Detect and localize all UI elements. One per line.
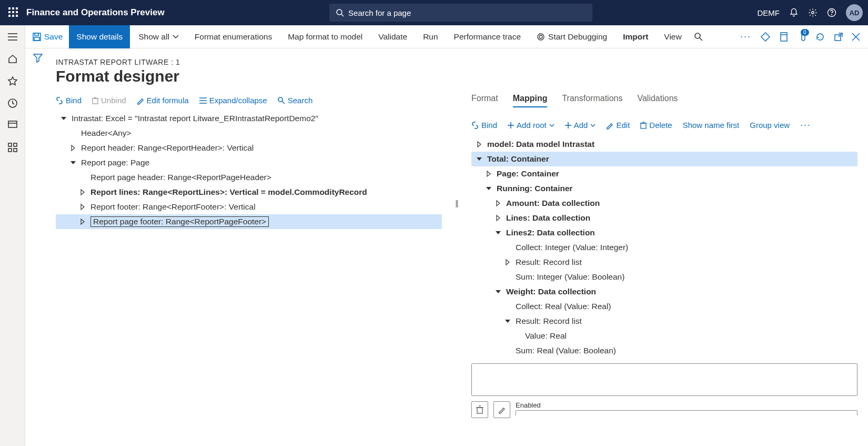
add-root-button[interactable]: Add root — [508, 121, 554, 130]
svg-rect-12 — [14, 143, 17, 146]
caret-right-icon[interactable] — [494, 200, 502, 207]
tab-validations[interactable]: Validations — [637, 94, 678, 107]
tree-node[interactable]: Result: Record list — [471, 314, 857, 329]
diamond-icon[interactable] — [761, 32, 770, 42]
caret-down-icon[interactable] — [494, 229, 502, 236]
tree-node[interactable]: Header<Any> — [56, 126, 442, 141]
tree-node[interactable]: Total: Container — [471, 152, 857, 166]
caret-right-icon[interactable] — [79, 218, 86, 225]
performance-trace-button[interactable]: Performance trace — [447, 25, 529, 48]
gear-icon[interactable] — [808, 8, 817, 17]
delete-button[interactable]: Delete — [640, 121, 672, 130]
tree-node[interactable]: Collect: Integer (Value: Integer) — [471, 240, 857, 255]
format-tree[interactable]: Intrastat: Excel = "Intrastat report Lit… — [56, 111, 442, 229]
tree-node[interactable]: Report header: Range<ReportHeader>: Vert… — [56, 141, 442, 155]
global-search[interactable]: Search for a page — [329, 4, 592, 22]
start-debugging-button[interactable]: Start Debugging — [529, 25, 614, 48]
pane-splitter[interactable]: ‖ — [455, 94, 459, 446]
tree-node[interactable]: Report page footer: Range<ReportPageFoot… — [56, 214, 442, 229]
tree-node[interactable]: Report page: Page — [56, 155, 442, 170]
detail-text-area[interactable] — [471, 363, 857, 396]
tree-node[interactable]: Lines2: Data collection — [471, 225, 857, 240]
mapping-tree[interactable]: model: Data model IntrastatTotal: Contai… — [471, 137, 857, 358]
app-launcher-icon[interactable] — [8, 7, 19, 18]
map-format-button[interactable]: Map format to model — [280, 25, 370, 48]
import-button[interactable]: Import — [615, 25, 655, 48]
tree-node[interactable]: Report lines: Range<ReportLines>: Vertic… — [56, 185, 442, 200]
tree-node[interactable]: Amount: Data collection — [471, 196, 857, 211]
tree-node[interactable]: model: Data model Intrastat — [471, 137, 857, 152]
refresh-icon[interactable] — [815, 32, 825, 42]
tree-node[interactable]: Intrastat: Excel = "Intrastat report Lit… — [56, 111, 442, 126]
edit-detail-button[interactable] — [493, 401, 510, 418]
group-view-button[interactable]: Group view — [750, 121, 790, 130]
tab-transformations[interactable]: Transformations — [562, 94, 622, 107]
tree-node[interactable]: Collect: Real (Value: Real) — [471, 299, 857, 314]
close-icon[interactable] — [852, 33, 860, 41]
validate-button[interactable]: Validate — [371, 25, 415, 48]
caret-down-icon[interactable] — [60, 115, 67, 122]
show-details-button[interactable]: Show details — [69, 25, 130, 48]
unbind-button[interactable]: Unbind — [92, 96, 126, 105]
star-icon[interactable] — [7, 76, 18, 86]
caret-right-icon[interactable] — [476, 141, 483, 148]
workspace-icon[interactable] — [7, 120, 18, 131]
edit-formula-button[interactable]: Edit formula — [137, 96, 189, 105]
tab-mapping[interactable]: Mapping — [513, 94, 548, 107]
add-button[interactable]: Add — [565, 121, 596, 130]
tree-node[interactable]: Report page header: Range<ReportPageHead… — [56, 170, 442, 185]
caret-down-icon[interactable] — [494, 288, 502, 295]
save-button[interactable]: Save — [32, 25, 68, 48]
home-icon[interactable] — [7, 54, 18, 64]
caret-right-icon[interactable] — [494, 214, 502, 222]
expand-collapse-button[interactable]: Expand/collapse — [199, 96, 267, 105]
company-code[interactable]: DEMF — [758, 8, 780, 17]
caret-down-icon[interactable] — [69, 159, 77, 166]
view-button[interactable]: View — [657, 25, 689, 48]
user-avatar[interactable]: AD — [846, 4, 863, 21]
run-button[interactable]: Run — [416, 25, 445, 48]
office-icon[interactable] — [780, 32, 788, 42]
caret-down-icon[interactable] — [504, 318, 511, 325]
toolbar-search-button[interactable] — [690, 25, 707, 48]
tree-node[interactable]: Page: Container — [471, 166, 857, 181]
hamburger-icon[interactable] — [7, 32, 18, 42]
caret-down-icon[interactable] — [485, 185, 492, 192]
tab-format[interactable]: Format — [471, 94, 498, 107]
help-icon[interactable] — [827, 8, 836, 17]
tree-node[interactable]: Sum: Integer (Value: Boolean) — [471, 270, 857, 284]
left-search-button[interactable]: Search — [278, 96, 313, 105]
filter-icon[interactable] — [33, 54, 43, 62]
more-icon[interactable]: ··· — [800, 120, 811, 131]
tree-node[interactable]: Value: Real — [471, 329, 857, 343]
caret-right-icon[interactable] — [79, 203, 86, 211]
trash-icon — [640, 122, 647, 129]
modules-icon[interactable] — [7, 142, 18, 153]
format-enumerations-button[interactable]: Format enumerations — [187, 25, 279, 48]
edit-button[interactable]: Edit — [606, 121, 630, 130]
show-all-button[interactable]: Show all — [131, 25, 186, 48]
tree-node[interactable]: Lines: Data collection — [471, 211, 857, 225]
enabled-input[interactable] — [516, 410, 857, 415]
clear-button[interactable] — [471, 401, 488, 418]
tree-node[interactable]: Running: Container — [471, 181, 857, 196]
tree-node[interactable]: Weight: Data collection — [471, 284, 857, 299]
show-name-first-button[interactable]: Show name first — [683, 121, 740, 130]
caret-right-icon[interactable] — [79, 189, 86, 196]
attachments-button[interactable]: 0 — [798, 32, 806, 42]
popout-icon[interactable] — [834, 33, 843, 41]
tree-node[interactable]: Report footer: Range<ReportFooter>: Vert… — [56, 200, 442, 214]
tree-node-label: Report footer: Range<ReportFooter>: Vert… — [90, 202, 256, 212]
recent-icon[interactable] — [7, 98, 18, 108]
more-icon[interactable]: ··· — [740, 31, 751, 42]
bind-icon — [56, 97, 63, 104]
tree-node[interactable]: Sum: Real (Value: Boolean) — [471, 343, 857, 358]
caret-right-icon[interactable] — [485, 170, 492, 177]
caret-right-icon[interactable] — [504, 259, 511, 266]
tree-node[interactable]: Result: Record list — [471, 255, 857, 270]
right-bind-button[interactable]: Bind — [471, 121, 497, 130]
caret-right-icon[interactable] — [69, 144, 77, 152]
bell-icon[interactable] — [789, 8, 799, 17]
bind-button[interactable]: Bind — [56, 96, 82, 105]
caret-down-icon[interactable] — [476, 155, 483, 163]
